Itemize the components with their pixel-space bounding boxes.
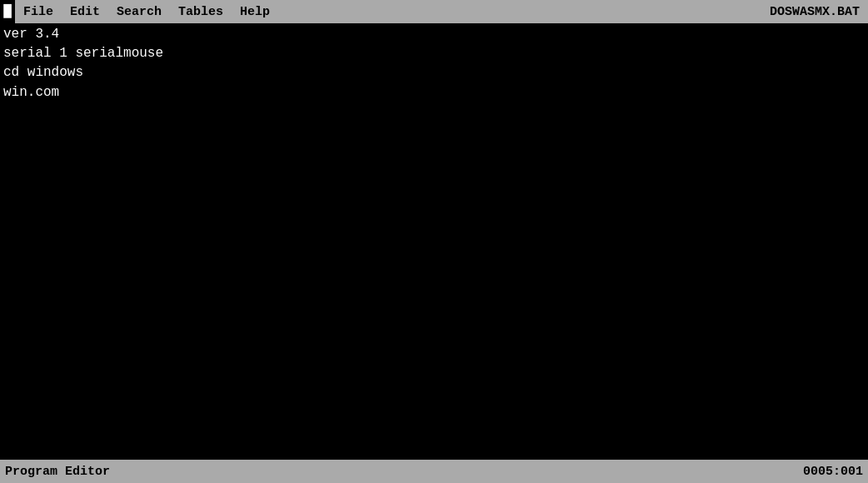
menu-edit[interactable]: Edit bbox=[62, 3, 108, 21]
menu-corner[interactable]: █ bbox=[0, 0, 15, 23]
menu-file[interactable]: File bbox=[15, 3, 62, 21]
menu-search[interactable]: Search bbox=[108, 3, 170, 21]
editor-line-2: serial 1 serialmouse bbox=[3, 44, 865, 63]
editor-line-3: cd windows bbox=[3, 63, 865, 82]
status-program-name: Program Editor bbox=[5, 465, 110, 479]
statusbar: Program Editor 0005:001 bbox=[0, 460, 868, 483]
editor-area[interactable]: ver 3.4 serial 1 serialmouse cd windows … bbox=[0, 23, 868, 460]
editor-line-1: ver 3.4 bbox=[3, 25, 865, 44]
menu-tables[interactable]: Tables bbox=[170, 3, 232, 21]
menubar: █ File Edit Search Tables Help DOSWASMX.… bbox=[0, 0, 868, 23]
editor-line-4: win.com bbox=[3, 83, 865, 102]
file-title: DOSWASMX.BAT bbox=[278, 5, 868, 19]
app-container: █ File Edit Search Tables Help DOSWASMX.… bbox=[0, 0, 868, 483]
menu-help[interactable]: Help bbox=[232, 3, 278, 21]
status-cursor-position: 0005:001 bbox=[803, 465, 863, 479]
